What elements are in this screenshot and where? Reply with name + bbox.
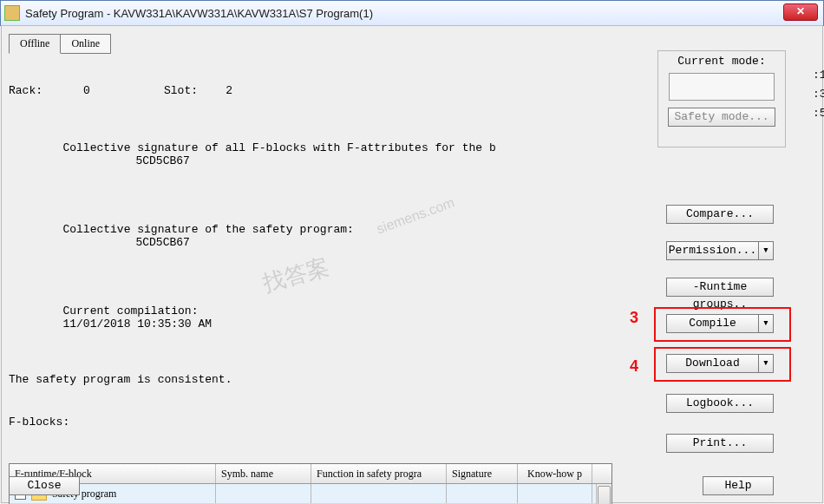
sig-safety-label: Collective signature of the safety progr… [62,223,461,236]
window-title: Safety Program - KAVW331A\KAVW331A\KAVW3… [25,7,373,20]
bg-line: :55 F [813,104,824,123]
rack-value: 0 [49,84,124,97]
compilation-value: 11/01/2018 10:35:30 AM [62,317,212,331]
close-button[interactable]: Close [9,476,80,495]
consistent-text: The safety program is consistent. [9,373,815,386]
print-button[interactable]: Print... [666,434,774,453]
window-titlebar[interactable]: Safety Program - KAVW331A\KAVW331A\KAVW3… [0,0,824,26]
grid-header: F-runtime/F-block Symb. name Function in… [10,464,611,484]
grid-scrollbar[interactable] [596,484,611,504]
sig-all-label: Collective signature of all F-blocks wit… [62,141,495,154]
permission-label: Permission... [667,242,758,259]
compile-button[interactable]: Compile▾ [666,314,774,333]
header-signature[interactable]: Signature [447,464,518,483]
current-mode-group: Current mode: Safety mode... [657,50,786,147]
help-button[interactable]: Help [703,476,774,495]
header-symname[interactable]: Symb. name [216,464,311,483]
fblocks-grid[interactable]: F-runtime/F-block Symb. name Function in… [9,463,612,504]
download-button[interactable]: Download▾ [666,354,774,373]
window-close-icon[interactable]: ✕ [783,3,818,21]
tab-online[interactable]: Online [60,34,111,54]
current-mode-field [669,73,775,101]
slot-label: Slot: [164,84,198,97]
header-knowhow[interactable]: Know-how p [518,464,592,483]
download-label: Download [667,355,758,372]
compilation-label: Current compilation: [62,304,279,317]
compare-button[interactable]: Compare... [666,205,774,224]
annotation-3: 3 [630,309,638,327]
sig-safety-value: 5CD5CB67 [135,236,189,249]
permission-button[interactable]: Permission...▾ [666,241,774,260]
runtime-groups-button[interactable]: -Runtime groups.. [666,278,774,297]
dropdown-icon[interactable]: ▾ [758,315,773,332]
safety-program-window: Safety Program - KAVW331A\KAVW331A\KAVW3… [0,0,824,504]
rack-label: Rack: [9,84,43,97]
tab-offline[interactable]: Offline [9,34,61,54]
slot-value: 2 [205,84,253,97]
app-icon [4,5,20,21]
sig-all-value: 5CD5CB67 [135,154,189,167]
fblocks-label: F-blocks: [9,416,815,429]
dropdown-icon[interactable]: ▾ [758,355,773,372]
safety-mode-button[interactable]: Safety mode... [668,108,775,127]
tree-root-row[interactable]: −Safety program [10,484,611,504]
tab-strip: Offline Online [9,33,815,53]
client-area: Offline Online Rack: 0 Slot: 2 Collectiv… [1,25,823,503]
header-function[interactable]: Function in safety progra [311,464,447,483]
bg-line: :36 F [813,85,824,104]
current-mode-label: Current mode: [664,55,780,68]
scroll-thumb[interactable] [598,486,611,504]
compile-label: Compile [667,315,758,332]
background-window-fragment: :16 F :36 F :55 F [813,66,824,123]
grid-body: −Safety program +F-runtime group FC900 −… [10,484,611,504]
bg-line: :16 F [813,66,824,85]
annotation-4: 4 [630,357,638,376]
logbook-button[interactable]: Logbook... [666,394,774,413]
dropdown-icon[interactable]: ▾ [758,242,773,259]
